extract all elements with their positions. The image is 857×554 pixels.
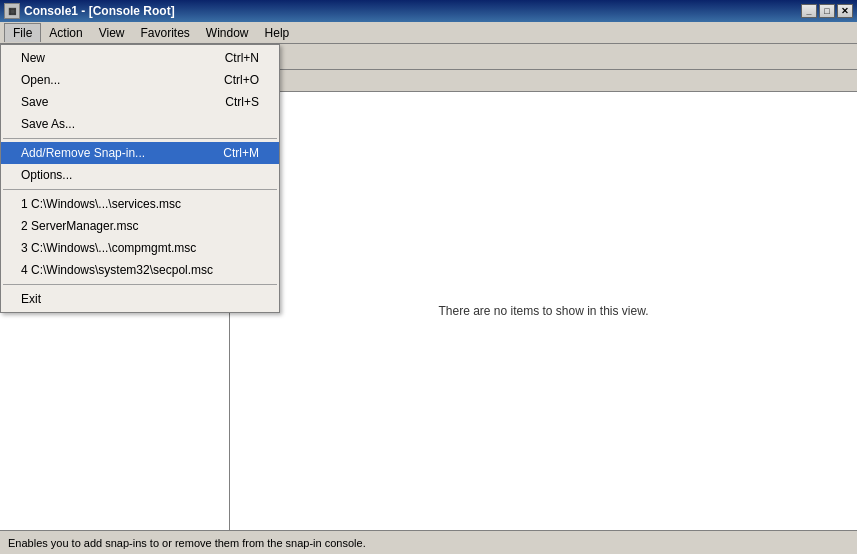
minimize-button[interactable]: _ bbox=[801, 4, 817, 18]
menu-save-shortcut: Ctrl+S bbox=[225, 95, 259, 109]
dropdown-menu: New Ctrl+N Open... Ctrl+O Save Ctrl+S Sa… bbox=[0, 44, 280, 313]
right-panel-header bbox=[230, 70, 857, 92]
menu-recent-2-label: 2 ServerManager.msc bbox=[21, 219, 259, 233]
empty-message: There are no items to show in this view. bbox=[438, 304, 648, 318]
menu-exit[interactable]: Exit bbox=[1, 288, 279, 310]
menu-snapin-shortcut: Ctrl+M bbox=[223, 146, 259, 160]
title-bar-left: ▦ Console1 - [Console Root] bbox=[4, 3, 175, 19]
menu-recent-1-label: 1 C:\Windows\...\services.msc bbox=[21, 197, 259, 211]
menu-save-as-label: Save As... bbox=[21, 117, 259, 131]
menu-window[interactable]: Window bbox=[198, 24, 257, 42]
separator-2 bbox=[3, 189, 277, 190]
file-dropdown: New Ctrl+N Open... Ctrl+O Save Ctrl+S Sa… bbox=[0, 44, 280, 313]
menu-snapin[interactable]: Add/Remove Snap-in... Ctrl+M bbox=[1, 142, 279, 164]
separator-1 bbox=[3, 138, 277, 139]
menu-options[interactable]: Options... bbox=[1, 164, 279, 186]
menu-file[interactable]: File bbox=[4, 23, 41, 42]
menu-open-label: Open... bbox=[21, 73, 224, 87]
menu-recent-4[interactable]: 4 C:\Windows\system32\secpol.msc bbox=[1, 259, 279, 281]
menu-recent-4-label: 4 C:\Windows\system32\secpol.msc bbox=[21, 263, 259, 277]
menu-recent-2[interactable]: 2 ServerManager.msc bbox=[1, 215, 279, 237]
status-bar: Enables you to add snap-ins to or remove… bbox=[0, 530, 857, 554]
menu-snapin-label: Add/Remove Snap-in... bbox=[21, 146, 223, 160]
menu-action[interactable]: Action bbox=[41, 24, 90, 42]
menu-open[interactable]: Open... Ctrl+O bbox=[1, 69, 279, 91]
title-bar: ▦ Console1 - [Console Root] _ □ ✕ bbox=[0, 0, 857, 22]
menu-view[interactable]: View bbox=[91, 24, 133, 42]
menu-save[interactable]: Save Ctrl+S bbox=[1, 91, 279, 113]
menu-exit-label: Exit bbox=[21, 292, 259, 306]
menu-new-shortcut: Ctrl+N bbox=[225, 51, 259, 65]
menu-bar: File Action View Favorites Window Help bbox=[0, 22, 857, 44]
menu-help[interactable]: Help bbox=[257, 24, 298, 42]
app-icon: ▦ bbox=[4, 3, 20, 19]
menu-favorites[interactable]: Favorites bbox=[133, 24, 198, 42]
menu-recent-1[interactable]: 1 C:\Windows\...\services.msc bbox=[1, 193, 279, 215]
right-panel-content: There are no items to show in this view. bbox=[230, 92, 857, 530]
menu-options-label: Options... bbox=[21, 168, 259, 182]
close-button[interactable]: ✕ bbox=[837, 4, 853, 18]
separator-3 bbox=[3, 284, 277, 285]
title-bar-buttons: _ □ ✕ bbox=[801, 4, 853, 18]
menu-recent-3-label: 3 C:\Windows\...\compmgmt.msc bbox=[21, 241, 259, 255]
menu-new[interactable]: New Ctrl+N bbox=[1, 47, 279, 69]
title-bar-text: Console1 - [Console Root] bbox=[24, 4, 175, 18]
menu-save-as[interactable]: Save As... bbox=[1, 113, 279, 135]
menu-open-shortcut: Ctrl+O bbox=[224, 73, 259, 87]
menu-recent-3[interactable]: 3 C:\Windows\...\compmgmt.msc bbox=[1, 237, 279, 259]
status-text: Enables you to add snap-ins to or remove… bbox=[8, 537, 366, 549]
right-panel: There are no items to show in this view. bbox=[230, 70, 857, 530]
menu-save-label: Save bbox=[21, 95, 225, 109]
menu-new-label: New bbox=[21, 51, 225, 65]
restore-button[interactable]: □ bbox=[819, 4, 835, 18]
